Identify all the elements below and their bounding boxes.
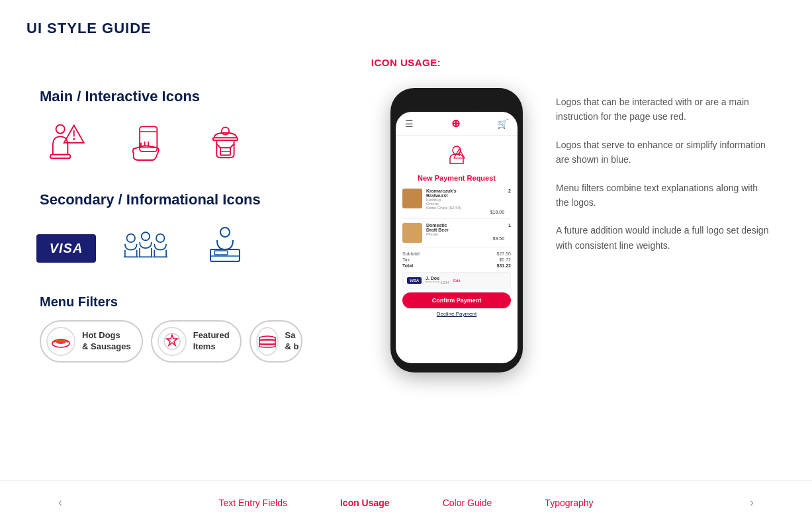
subtotal-value: $27.50 bbox=[497, 251, 511, 256]
svg-rect-32 bbox=[259, 340, 275, 344]
audience-icon bbox=[119, 225, 172, 271]
subtotal-label: Subtotal bbox=[402, 251, 420, 256]
delivery-person-icon bbox=[199, 118, 251, 171]
menu-filters-heading: Menu Filters bbox=[40, 294, 357, 310]
decline-payment-link[interactable]: Decline Payment bbox=[402, 311, 511, 317]
main-icons-row bbox=[40, 118, 357, 171]
order-item-1-details: Kramarczuk'sBratwurst KetchupOnionsKettl… bbox=[426, 189, 504, 214]
total-label: Total bbox=[402, 263, 413, 268]
payment-cardholder: J. Doe bbox=[426, 276, 449, 281]
confirm-payment-button[interactable]: Confirm Payment bbox=[402, 292, 511, 308]
visa-badge: VISA bbox=[36, 234, 97, 263]
payment-method: VISA J. Doe ****-****-1234 Edit bbox=[402, 272, 511, 288]
payment-info: J. Doe ****-****-1234 bbox=[426, 276, 449, 284]
tax-label: Tax bbox=[402, 257, 410, 262]
svg-point-25 bbox=[220, 228, 230, 237]
hand-phone-icon bbox=[119, 118, 172, 171]
secondary-icons-heading: Secondary / Informational Icons bbox=[40, 191, 357, 208]
twins-logo: ⊕ bbox=[451, 117, 460, 130]
svg-point-15 bbox=[156, 234, 164, 242]
tax-row: Tax $0.72 bbox=[402, 257, 511, 262]
order-item-2-qty: 1 bbox=[508, 223, 511, 243]
svg-point-0 bbox=[56, 124, 64, 133]
phone-panel: ☰ ⊕ 🛒 New Payme bbox=[384, 88, 529, 372]
order-item-2-details: DomesticDraft Beer Pilsner $9.50 bbox=[426, 223, 504, 243]
main-content: Main / Interactive Icons bbox=[0, 88, 812, 372]
order-item-2-name: DomesticDraft Beer bbox=[426, 223, 504, 232]
nav-icon-usage[interactable]: Icon Usage bbox=[340, 498, 390, 508]
svg-point-35 bbox=[459, 155, 460, 156]
order-item-2: DomesticDraft Beer Pilsner $9.50 1 bbox=[402, 223, 511, 247]
cashier-icon bbox=[199, 222, 251, 275]
order-totals: Subtotal $27.50 Tax $0.72 Total $31.22 bbox=[402, 251, 511, 268]
total-value: $31.22 bbox=[497, 263, 511, 268]
featured-icon bbox=[158, 327, 187, 356]
nav-color-guide[interactable]: Color Guide bbox=[443, 498, 492, 508]
footer-nav-items: Text Entry Fields Icon Usage Color Guide… bbox=[218, 498, 593, 508]
desc-4: A future addition would include a full l… bbox=[556, 223, 772, 253]
visa-small-badge: VISA bbox=[407, 277, 422, 284]
right-panel: Logos that can be interacted with or are… bbox=[556, 88, 772, 266]
phone-screen: ☰ ⊕ 🛒 New Payme bbox=[396, 112, 518, 363]
subtotal-row: Subtotal $27.50 bbox=[402, 251, 511, 256]
nav-typography[interactable]: Typography bbox=[545, 498, 593, 508]
tax-value: $0.72 bbox=[499, 257, 511, 262]
hotdog-icon bbox=[46, 327, 75, 356]
filter-pill-hotdogs[interactable]: Hot Dogs& Sausages bbox=[40, 320, 143, 363]
secondary-icons-row: VISA bbox=[40, 222, 357, 275]
page-header: UI STYLE GUIDE bbox=[0, 0, 812, 44]
prev-arrow[interactable]: ‹ bbox=[53, 493, 68, 512]
svg-rect-7 bbox=[212, 138, 238, 140]
order-item-1-qty: 2 bbox=[508, 189, 511, 214]
order-item-1-price: $18.00 bbox=[426, 210, 504, 214]
svg-point-8 bbox=[221, 127, 228, 134]
left-panel: Main / Interactive Icons bbox=[40, 88, 357, 363]
order-item-2-img bbox=[402, 223, 422, 243]
svg-point-13 bbox=[127, 234, 135, 242]
sandwich-icon bbox=[256, 327, 279, 356]
desc-1: Logos that can be interacted with or are… bbox=[556, 95, 772, 124]
phone-content: New Payment Request Kramarczuk'sBratwurs… bbox=[396, 136, 518, 324]
phone-mockup: ☰ ⊕ 🛒 New Payme bbox=[390, 88, 523, 372]
payment-edit-link[interactable]: Edit bbox=[453, 279, 460, 283]
phone-notch bbox=[433, 97, 480, 109]
section-label-text: ICON USAGE: bbox=[371, 57, 441, 68]
main-icons-heading: Main / Interactive Icons bbox=[40, 88, 357, 105]
svg-point-3 bbox=[73, 138, 75, 140]
page-title: UI STYLE GUIDE bbox=[26, 20, 786, 37]
svg-rect-1 bbox=[50, 154, 70, 158]
phone-top-bar: ☰ ⊕ 🛒 bbox=[396, 112, 518, 136]
filter-pill-featured[interactable]: FeaturedItems bbox=[151, 320, 242, 363]
payment-request-icon bbox=[402, 142, 511, 171]
featured-filter-label: FeaturedItems bbox=[193, 330, 230, 353]
desc-2: Logos that serve to enhance or simplify … bbox=[556, 138, 772, 167]
hotdog-filter-label: Hot Dogs& Sausages bbox=[82, 330, 131, 353]
svg-rect-28 bbox=[214, 251, 228, 255]
filter-pill-sandwiches[interactable]: Sa& b bbox=[249, 320, 302, 363]
sandwich-filter-label: Sa& b bbox=[285, 330, 299, 353]
nav-text-entry[interactable]: Text Entry Fields bbox=[218, 498, 287, 508]
desc-3: Menu filters combine text explanations a… bbox=[556, 181, 772, 210]
footer-nav: ‹ Text Entry Fields Icon Usage Color Gui… bbox=[0, 480, 812, 524]
order-item-1-name: Kramarczuk'sBratwurst bbox=[426, 189, 504, 198]
order-item-1: Kramarczuk'sBratwurst KetchupOnionsKettl… bbox=[402, 189, 511, 219]
filters-row: Hot Dogs& Sausages FeaturedItems bbox=[40, 320, 357, 363]
total-row: Total $31.22 bbox=[402, 263, 511, 268]
payment-card-number: ****-****-1234 bbox=[426, 281, 449, 284]
hamburger-icon: ☰ bbox=[405, 118, 414, 129]
section-label: ICON USAGE: bbox=[0, 44, 812, 88]
visa-icon: VISA bbox=[40, 222, 93, 275]
next-arrow[interactable]: › bbox=[744, 493, 759, 512]
cart-icon: 🛒 bbox=[497, 118, 508, 129]
order-item-1-img bbox=[402, 189, 422, 208]
order-item-1-sub: KetchupOnionsKettle Chips ($2.50) bbox=[426, 198, 504, 210]
svg-point-14 bbox=[142, 232, 150, 240]
payment-request-title: New Payment Request bbox=[402, 174, 511, 182]
vendor-warning-icon bbox=[40, 118, 93, 171]
order-item-2-price: $9.50 bbox=[426, 236, 504, 241]
